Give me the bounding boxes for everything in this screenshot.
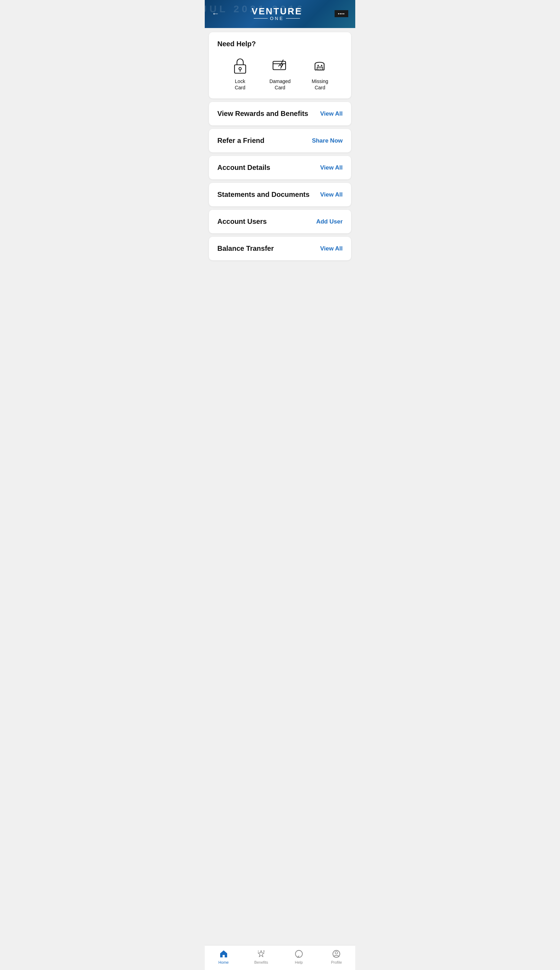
bottom-navigation: Home Benefits Help Profile bbox=[205, 945, 355, 970]
nav-help-label: Help bbox=[295, 960, 303, 964]
header-logo: VENTURE ONE bbox=[220, 7, 335, 21]
logo-line-left bbox=[254, 18, 268, 18]
help-icon bbox=[294, 949, 304, 959]
svg-rect-7 bbox=[317, 67, 323, 70]
logo-one-text: ONE bbox=[270, 16, 284, 21]
account-details-card[interactable]: Account Details View All bbox=[209, 156, 351, 179]
logo-one-container: ONE bbox=[220, 16, 335, 21]
damaged-card-icon bbox=[271, 57, 289, 75]
account-users-action[interactable]: Add User bbox=[316, 218, 343, 225]
svg-point-10 bbox=[258, 951, 258, 952]
account-details-title: Account Details bbox=[217, 164, 270, 172]
back-button[interactable]: ← bbox=[212, 9, 220, 18]
statements-action[interactable]: View All bbox=[320, 191, 343, 198]
account-details-action[interactable]: View All bbox=[320, 164, 343, 171]
profile-icon bbox=[332, 949, 341, 959]
nav-item-profile[interactable]: Profile bbox=[318, 949, 356, 964]
logo-venture-text: VENTURE bbox=[220, 7, 335, 16]
svg-point-5 bbox=[317, 65, 319, 66]
need-help-card: Need Help? LockCard bbox=[209, 32, 351, 99]
missing-card-icon bbox=[311, 57, 329, 75]
refer-card[interactable]: Refer a Friend Share Now bbox=[209, 129, 351, 152]
damaged-card-button[interactable]: DamagedCard bbox=[270, 57, 291, 91]
help-icons-container: LockCard DamagedCard bbox=[217, 57, 343, 91]
lock-card-label: LockCard bbox=[235, 78, 245, 91]
rewards-title: View Rewards and Benefits bbox=[217, 110, 308, 118]
balance-transfer-action[interactable]: View All bbox=[320, 245, 343, 252]
need-help-title: Need Help? bbox=[217, 40, 343, 48]
svg-point-9 bbox=[263, 951, 265, 952]
app-header: ← VENTURE ONE •••• bbox=[205, 0, 355, 28]
nav-profile-label: Profile bbox=[331, 960, 342, 964]
home-icon bbox=[219, 949, 228, 959]
benefits-icon bbox=[256, 949, 266, 959]
damaged-card-label: DamagedCard bbox=[270, 78, 291, 91]
svg-rect-0 bbox=[235, 65, 246, 73]
nav-item-home[interactable]: Home bbox=[205, 949, 243, 964]
statements-title: Statements and Documents bbox=[217, 191, 309, 199]
account-number-masked: •••• bbox=[335, 10, 348, 17]
nav-benefits-label: Benefits bbox=[254, 960, 268, 964]
balance-transfer-title: Balance Transfer bbox=[217, 244, 274, 253]
svg-point-13 bbox=[335, 952, 338, 954]
main-content: Need Help? LockCard bbox=[205, 28, 355, 945]
logo-line-right bbox=[286, 18, 300, 18]
refer-action[interactable]: Share Now bbox=[312, 137, 343, 144]
account-users-title: Account Users bbox=[217, 217, 267, 226]
lock-card-icon bbox=[231, 57, 249, 75]
refer-title: Refer a Friend bbox=[217, 137, 264, 145]
rewards-card[interactable]: View Rewards and Benefits View All bbox=[209, 102, 351, 125]
svg-point-6 bbox=[321, 65, 322, 66]
svg-point-1 bbox=[239, 68, 241, 70]
missing-card-label: MissingCard bbox=[312, 78, 328, 91]
lock-card-button[interactable]: LockCard bbox=[231, 57, 249, 91]
statements-card[interactable]: Statements and Documents View All bbox=[209, 183, 351, 206]
missing-card-button[interactable]: MissingCard bbox=[311, 57, 329, 91]
account-users-card[interactable]: Account Users Add User bbox=[209, 210, 351, 233]
nav-item-benefits[interactable]: Benefits bbox=[243, 949, 280, 964]
nav-item-help[interactable]: Help bbox=[280, 949, 318, 964]
balance-transfer-card[interactable]: Balance Transfer View All bbox=[209, 237, 351, 260]
nav-home-label: Home bbox=[218, 960, 228, 964]
rewards-action[interactable]: View All bbox=[320, 110, 343, 117]
